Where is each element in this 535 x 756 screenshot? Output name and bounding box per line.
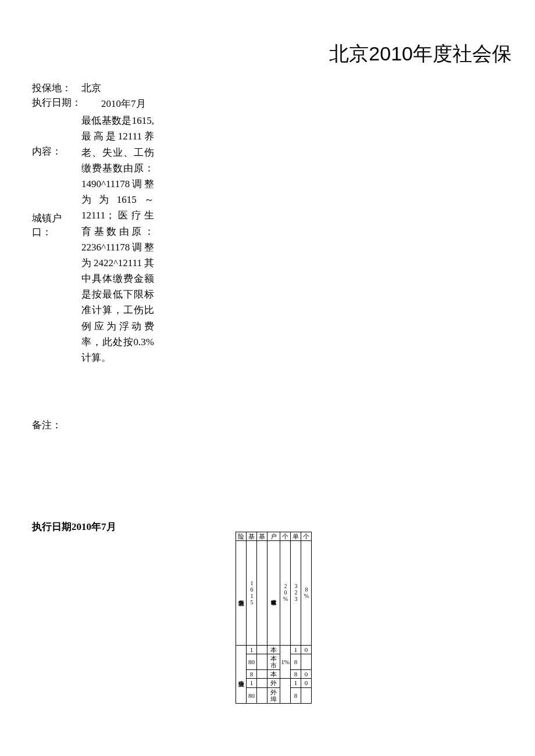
th: 户 <box>268 532 280 541</box>
cell-unemp-name: 失业保险 <box>236 646 247 704</box>
cell <box>257 654 268 670</box>
page-title: 北京2010年度社会保 <box>329 41 512 67</box>
cell: 外埠 <box>268 687 280 703</box>
cell-p2: 8% <box>301 541 312 646</box>
table-row-unemp-5: 80 外埠 8 <box>236 687 312 703</box>
cell-rate: 20% <box>280 541 291 646</box>
cell <box>257 679 268 687</box>
cell-amt: 323 <box>291 541 301 646</box>
th: 单 <box>291 532 301 541</box>
label-content: 内容： <box>32 145 81 158</box>
th: 险 <box>236 532 247 541</box>
cell <box>257 646 268 654</box>
cell <box>301 654 312 670</box>
cell: 0 <box>301 646 312 654</box>
exec-date-full: 执行日期2010年7月 <box>32 520 116 533</box>
table-row-unemp-4: 1 外 1 0 <box>236 679 312 687</box>
cell: 1 <box>291 646 301 654</box>
info-block: 投保地： 北京 执行日期： 2010年7月 内容： 城镇户口： 最低基数是161… <box>32 81 172 367</box>
cell <box>257 670 268 679</box>
value-exec-date: 2010年7月 <box>81 96 154 112</box>
table-header-row: 险 基 基 户 个 单 个 <box>236 532 312 541</box>
cell: 8 <box>247 670 257 679</box>
cell: 80 <box>247 654 257 670</box>
cell <box>257 687 268 703</box>
row-location: 投保地： 北京 <box>32 81 172 95</box>
row-content: 内容： 城镇户口： 最低基数是1615,最高是12111养老、失业、工伤缴费基数… <box>32 113 172 366</box>
cell: 本市 <box>268 654 280 670</box>
cell: 本 <box>268 646 280 654</box>
cell: 0 <box>301 670 312 679</box>
table-row-unemp-2: 80 本市 8 <box>236 654 312 670</box>
th: 基 <box>257 532 268 541</box>
cell-name: 养老保险 <box>236 541 247 646</box>
value-location: 北京 <box>81 81 101 95</box>
cell: 1 <box>291 679 301 687</box>
label-exec-date: 执行日期： <box>32 96 81 109</box>
cell: 1% <box>280 646 291 679</box>
cell: 1 <box>247 679 257 687</box>
row-exec-date: 执行日期： 2010年7月 <box>32 96 172 112</box>
label-urban: 城镇户口： <box>32 212 81 239</box>
rates-table: 险 基 基 户 个 单 个 养老保险 1615 本市城镇本市农村 20% 323… <box>236 532 311 704</box>
cell: 8 <box>291 687 301 703</box>
cell: 8 <box>291 670 301 679</box>
label-location: 投保地： <box>32 81 81 95</box>
table-row-pension: 养老保险 1615 本市城镇本市农村 20% 323 8% <box>236 541 312 646</box>
th: 个 <box>280 532 291 541</box>
table: 险 基 基 户 个 单 个 养老保险 1615 本市城镇本市农村 20% 323… <box>236 532 312 704</box>
cell: 80 <box>247 687 257 703</box>
cell: 1 <box>247 646 257 654</box>
cell-base: 1615 <box>247 541 257 646</box>
label-remark: 备注： <box>32 418 62 432</box>
table-row-unemp-3: 8 本 8 0 <box>236 670 312 679</box>
cell-hukou: 本市城镇本市农村 <box>268 541 280 646</box>
cell <box>301 687 312 703</box>
th: 基 <box>247 532 257 541</box>
table-row-unemp-1: 失业保险 1 本 1% 1 0 <box>236 646 312 654</box>
cell-base2 <box>257 541 268 646</box>
cell: 本 <box>268 670 280 679</box>
cell <box>280 679 291 703</box>
cell: 外 <box>268 679 280 687</box>
cell: 0 <box>301 679 312 687</box>
cell: 8 <box>291 654 301 670</box>
th: 个 <box>301 532 312 541</box>
value-content: 最低基数是1615,最高是12111养老、失业、工伤缴费基数由原：1490^11… <box>81 113 154 366</box>
